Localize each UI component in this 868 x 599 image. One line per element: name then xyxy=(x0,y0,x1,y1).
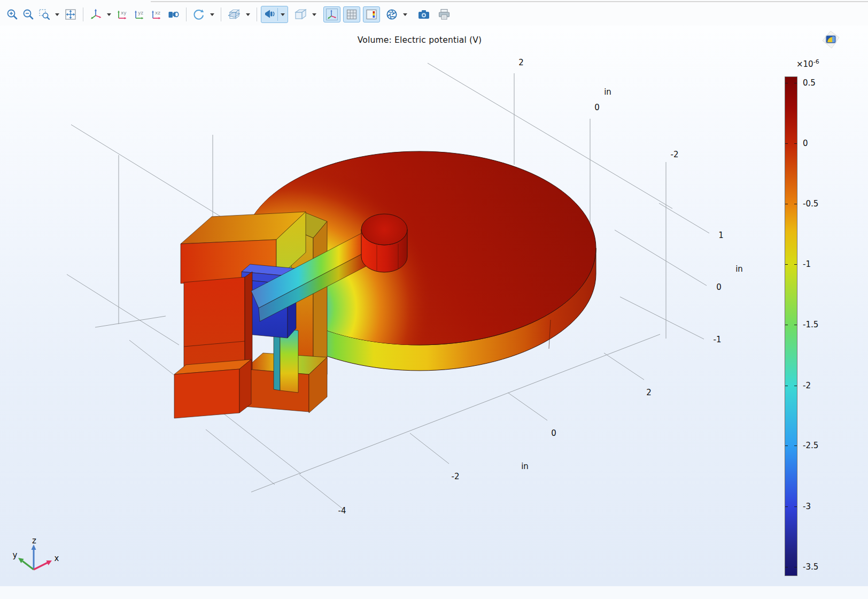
zoom-out-icon xyxy=(22,8,35,21)
zoom-extents-button[interactable] xyxy=(62,6,79,22)
legend-tick-label: 0 xyxy=(803,139,835,148)
legend-tick-label: -2 xyxy=(803,381,835,390)
transparency-dropdown[interactable] xyxy=(309,6,319,22)
image-snapshot-button[interactable] xyxy=(415,6,432,22)
chevron-down-icon xyxy=(312,13,316,16)
zoom-in-button[interactable] xyxy=(4,6,20,22)
legend-tick-label: -3 xyxy=(803,502,835,511)
environment-reflections-button[interactable] xyxy=(383,6,400,22)
color-legend: ×10-6 0.5 0 -0.5 -1 -1.5 -2 -2.5 -3 -3.5 xyxy=(785,76,797,576)
default-3d-view-icon xyxy=(89,7,103,21)
legend-tick-label: -0.5 xyxy=(803,199,835,209)
zoom-in-icon xyxy=(6,8,19,21)
chevron-down-icon xyxy=(281,13,285,16)
legend-tick-label: -2.5 xyxy=(803,441,835,450)
color-legend-icon xyxy=(365,7,378,21)
clip-plane-dropdown[interactable] xyxy=(243,6,253,22)
graphics-canvas[interactable] xyxy=(0,26,868,586)
legend-exponent: ×10-6 xyxy=(796,58,839,69)
svg-text:xy: xy xyxy=(121,10,127,16)
rotate-view-button[interactable] xyxy=(190,6,207,22)
go-to-xz-view-button[interactable]: xz xyxy=(148,6,165,22)
show-axes-icon xyxy=(325,7,339,21)
scene-light-toggle[interactable] xyxy=(261,6,288,23)
zoom-out-button[interactable] xyxy=(20,6,36,22)
zoom-box-dropdown[interactable] xyxy=(52,6,62,22)
camera-view-button[interactable] xyxy=(165,6,182,22)
toolbar-separator xyxy=(186,7,187,21)
legend-tick-label: 0.5 xyxy=(803,78,835,88)
plot-title: Volume: Electric potential (V) xyxy=(0,35,839,45)
default-3d-view-dropdown[interactable] xyxy=(104,6,114,22)
show-axes-toggle[interactable] xyxy=(323,6,340,22)
camera-view-icon xyxy=(167,7,181,21)
scene-light-inner[interactable] xyxy=(261,6,277,22)
transparency-button[interactable] xyxy=(291,6,309,22)
chevron-down-icon xyxy=(403,13,407,16)
chevron-down-icon xyxy=(246,13,250,16)
view-xy-icon: xy xyxy=(115,7,129,21)
chevron-down-icon xyxy=(210,13,214,16)
rotate-view-dropdown[interactable] xyxy=(207,6,217,22)
clip-plane-button[interactable] xyxy=(225,6,243,22)
print-button[interactable] xyxy=(436,6,453,22)
chevron-down-icon xyxy=(107,13,111,16)
rotate-view-icon xyxy=(192,7,206,21)
transparency-icon xyxy=(293,7,308,21)
zoom-box-icon xyxy=(38,8,51,21)
default-3d-view-button[interactable] xyxy=(87,6,104,22)
color-legend-toggle[interactable] xyxy=(363,6,380,22)
environment-reflections-dropdown[interactable] xyxy=(400,6,410,22)
zoom-extents-icon xyxy=(64,7,78,21)
graphics-window: xy yz xz xyxy=(0,0,868,599)
default-view-overlay-icon xyxy=(821,30,840,49)
image-snapshot-icon xyxy=(417,7,431,21)
show-grid-icon xyxy=(345,7,359,21)
toolbar-separator xyxy=(257,7,257,21)
show-grid-toggle[interactable] xyxy=(343,6,360,22)
toolbar-separator xyxy=(221,7,221,21)
print-icon xyxy=(437,7,451,21)
svg-text:yz: yz xyxy=(138,10,143,16)
view-yz-icon: yz xyxy=(133,7,146,21)
go-to-xy-view-button[interactable]: xy xyxy=(114,6,131,22)
legend-tick-label: -3.5 xyxy=(803,562,835,572)
scene-light-dropdown[interactable] xyxy=(278,6,288,22)
graphics-toolbar: xy yz xz xyxy=(0,3,868,26)
legend-tick-label: -1.5 xyxy=(803,320,835,329)
environment-reflections-icon xyxy=(385,7,399,21)
legend-tick-label: -1 xyxy=(803,259,835,269)
scene-light-icon xyxy=(262,7,276,21)
clip-plane-icon xyxy=(227,7,242,21)
toolbar-separator xyxy=(83,7,83,21)
bottom-strip xyxy=(0,586,868,599)
legend-gradient-bar xyxy=(785,76,797,576)
default-view-overlay-button[interactable] xyxy=(821,30,840,49)
svg-text:xz: xz xyxy=(155,10,160,16)
chevron-down-icon xyxy=(55,13,59,16)
zoom-box-button[interactable] xyxy=(36,6,52,22)
go-to-yz-view-button[interactable]: yz xyxy=(131,6,148,22)
view-xz-icon: xz xyxy=(150,7,164,21)
